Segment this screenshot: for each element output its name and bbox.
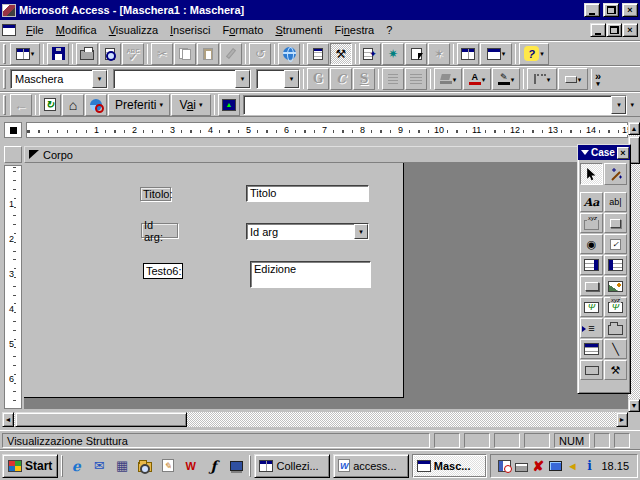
menu-modifica[interactable]: Modifica: [50, 21, 103, 39]
refresh-button[interactable]: ↻: [39, 94, 61, 116]
textbox-testo6[interactable]: Edizione: [250, 261, 371, 288]
start-page-button[interactable]: ⌂: [62, 94, 84, 116]
listbox-tool[interactable]: [604, 255, 627, 275]
textbox-tool[interactable]: ab|: [604, 192, 627, 212]
scroll-up-button[interactable]: ▲: [628, 122, 640, 135]
chevron-down-icon[interactable]: ▾: [453, 76, 457, 83]
combobox-tool[interactable]: [580, 255, 603, 275]
menu-finestra[interactable]: Finestra: [328, 21, 380, 39]
more-buttons-chevron[interactable]: »▾: [595, 72, 601, 87]
print-preview-button[interactable]: [99, 43, 121, 65]
chevron-down-icon[interactable]: ▾: [482, 76, 486, 83]
unbound-object-frame-tool[interactable]: Ψ: [580, 297, 603, 317]
menu-help[interactable]: ?: [380, 21, 398, 39]
special-effect-button[interactable]: ▾: [558, 68, 588, 90]
command-button-tool[interactable]: [580, 276, 603, 296]
chevron-down-icon[interactable]: ▾: [92, 70, 107, 88]
tray-antivirus-icon[interactable]: ✘: [531, 459, 545, 473]
insert-hyperlink-button[interactable]: [278, 43, 300, 65]
option-button-tool[interactable]: ◉: [580, 234, 603, 254]
rectangle-tool[interactable]: [580, 360, 603, 380]
tray-volume-icon[interactable]: ◄: [565, 459, 579, 473]
autoformat-button[interactable]: ✦: [359, 43, 381, 65]
menu-formato[interactable]: Formato: [216, 21, 269, 39]
menu-inserisci[interactable]: Inserisci: [164, 21, 216, 39]
form-selector-box[interactable]: [4, 122, 22, 138]
chevron-down-icon[interactable]: ▾: [511, 76, 515, 83]
go-button[interactable]: Vai▾: [171, 94, 211, 116]
quicklaunch-computer[interactable]: [227, 455, 247, 477]
task-access-document[interactable]: W access...: [333, 454, 409, 478]
select-objects-tool[interactable]: [580, 163, 603, 185]
spelling-button[interactable]: ABC✓: [122, 43, 144, 65]
form-detail-section[interactable]: Titolo: Titolo Id arg: Id arg ▾ Testo6: …: [24, 163, 404, 398]
vertical-ruler[interactable]: 123456: [4, 165, 22, 409]
cut-button[interactable]: ✂: [151, 43, 173, 65]
fill-color-button[interactable]: ▾: [434, 68, 462, 90]
line-border-width-button[interactable]: ▾: [527, 68, 557, 90]
chevron-down-icon[interactable]: ▾: [611, 96, 626, 114]
properties-button[interactable]: [405, 43, 427, 65]
horizontal-ruler[interactable]: 123456789101112131415: [26, 122, 628, 138]
subform-tool[interactable]: [580, 339, 603, 359]
quicklaunch-flash[interactable]: ƒ: [204, 455, 224, 477]
tray-printer-icon[interactable]: [514, 459, 528, 473]
font-color-button[interactable]: A▾: [463, 68, 491, 90]
image-tool[interactable]: [604, 276, 627, 296]
more-controls-tool[interactable]: ⚒: [604, 360, 627, 380]
label-tool[interactable]: Aa: [580, 192, 603, 212]
align-right-button[interactable]: [405, 68, 427, 90]
quicklaunch-search[interactable]: [135, 455, 155, 477]
task-maschera-window[interactable]: Masc...: [412, 454, 488, 478]
show-web-toolbar-button[interactable]: ▲: [218, 94, 240, 116]
align-left-button[interactable]: [382, 68, 404, 90]
task-collezione-window[interactable]: Collezi...: [254, 454, 330, 478]
build-button[interactable]: ✶: [428, 43, 450, 65]
label-idarg[interactable]: Id arg:: [141, 223, 178, 238]
access-app-icon[interactable]: [2, 4, 16, 17]
control-wizards-tool[interactable]: [604, 163, 627, 185]
chevron-down-icon[interactable]: ▾: [235, 70, 250, 88]
office-assistant-button[interactable]: ?▾: [519, 43, 549, 65]
toolbox-button[interactable]: ⚒: [330, 43, 352, 65]
tray-display-icon[interactable]: [548, 459, 562, 473]
new-object-button[interactable]: ▾: [480, 43, 512, 65]
code-button[interactable]: ✷: [382, 43, 404, 65]
address-combobox[interactable]: ▾: [243, 95, 627, 115]
line-color-button[interactable]: ✎▾: [492, 68, 520, 90]
minimize-button[interactable]: [584, 3, 600, 17]
scroll-right-button[interactable]: ►: [616, 412, 628, 427]
label-testo6[interactable]: Testo6:: [143, 263, 183, 279]
toolbox-close-button[interactable]: ×: [617, 147, 629, 159]
quicklaunch-notes[interactable]: ✎: [158, 455, 178, 477]
quicklaunch-internet-explorer[interactable]: e: [66, 455, 86, 477]
toolbar-grip[interactable]: [3, 44, 6, 64]
child-minimize-button[interactable]: [590, 23, 606, 37]
toolbar-grip[interactable]: [3, 95, 6, 115]
toolbar-options-chevron[interactable]: ▾: [630, 101, 634, 108]
horizontal-scroll-thumb[interactable]: [15, 412, 187, 427]
close-button[interactable]: ×: [622, 3, 638, 17]
textbox-titolo[interactable]: Titolo: [246, 185, 369, 202]
object-selector-combobox[interactable]: Maschera ▾: [10, 69, 108, 89]
scroll-down-button[interactable]: ▼: [628, 399, 640, 412]
scroll-left-button[interactable]: ◄: [2, 412, 14, 427]
favorites-button[interactable]: Preferiti▾: [108, 94, 170, 116]
section-header-corpo[interactable]: Corpo: [24, 146, 628, 163]
menu-visualizza[interactable]: Visualizza: [103, 21, 164, 39]
section-selector-box[interactable]: [4, 146, 22, 163]
label-titolo[interactable]: Titolo:: [140, 187, 171, 201]
font-name-combobox[interactable]: ▾: [113, 69, 251, 89]
bound-object-frame-tool[interactable]: xyzΨ: [604, 297, 627, 317]
view-design-button[interactable]: ▾: [10, 43, 40, 65]
horizontal-scrollbar[interactable]: ◄ ►: [2, 412, 628, 427]
bold-button[interactable]: G: [307, 68, 329, 90]
menu-strumenti[interactable]: Strumenti: [269, 21, 328, 39]
database-window-button[interactable]: [457, 43, 479, 65]
tray-scheduler-icon[interactable]: [497, 459, 511, 473]
copy-button[interactable]: [174, 43, 196, 65]
font-size-combobox[interactable]: ▾: [256, 69, 300, 89]
combobox-idarg[interactable]: Id arg ▾: [246, 223, 369, 240]
paste-button[interactable]: [197, 43, 219, 65]
quicklaunch-terminal[interactable]: ▦: [112, 455, 132, 477]
